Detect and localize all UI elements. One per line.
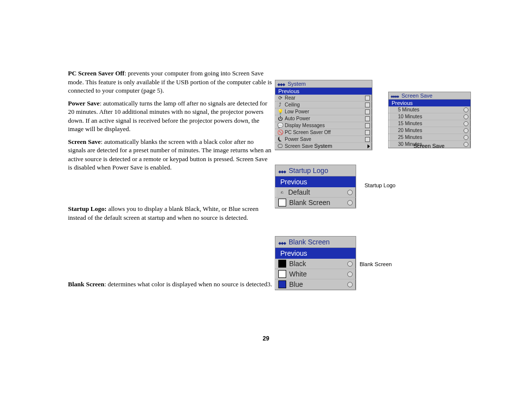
- blank-icon: [278, 199, 286, 206]
- startup-logo-title: Startup Logo: [275, 165, 356, 176]
- system-item-auto-power[interactable]: ⏻Auto Power: [275, 115, 372, 122]
- screensave-20min[interactable]: 20 Minutes: [389, 127, 470, 134]
- system-menu: System Previous ⟳Rear ⤴Ceiling 💡Low Powe…: [275, 80, 372, 150]
- swatch-white-icon: [278, 270, 286, 278]
- system-item-display-messages[interactable]: 💬Display Messages: [275, 122, 372, 129]
- body-text-column: PC Screen Saver Off: prevents your compu…: [68, 69, 272, 293]
- system-item-power-save[interactable]: ⏾Power Save: [275, 136, 372, 143]
- screensave-25min[interactable]: 25 Minutes: [389, 134, 470, 141]
- logo-icon: ⎌: [278, 189, 285, 196]
- bulb-icon: 💡: [277, 109, 283, 114]
- page-number: 29: [0, 335, 532, 342]
- screensave-5min[interactable]: 5 Minutes: [389, 106, 470, 113]
- para-power-save: Power Save: automatically turns the lamp…: [68, 99, 272, 134]
- system-item-ceiling[interactable]: ⤴Ceiling: [275, 102, 372, 108]
- desc-blank-screen: : determines what color is displayed whe…: [104, 280, 272, 288]
- para-screen-save: Screen Save: automatically blanks the sc…: [68, 137, 272, 172]
- term-startup-logo: Startup Logo:: [68, 205, 106, 212]
- system-item-rear[interactable]: ⟳Rear: [275, 95, 372, 102]
- para-pc-screen-saver: PC Screen Saver Off: prevents your compu…: [68, 69, 272, 95]
- power-icon: ⏻: [277, 116, 283, 121]
- swatch-black-icon: [278, 260, 286, 268]
- screensave-10min[interactable]: 10 Minutes: [389, 113, 470, 120]
- term-pc-screen-saver: PC Screen Saver Off: [68, 69, 125, 77]
- para-blank-screen: Blank Screen: determines what color is d…: [68, 280, 272, 289]
- screensave-15min[interactable]: 15 Minutes: [389, 120, 470, 127]
- startup-logo-menu: Startup Logo Previous ⎌Default Blank Scr…: [275, 165, 356, 208]
- screensaver-off-icon: 🚫: [277, 130, 283, 135]
- power-save-icon: ⏾: [277, 137, 283, 142]
- system-item-low-power[interactable]: 💡Low Power: [275, 108, 372, 115]
- screensave-menu-title: Screen Save: [389, 92, 470, 100]
- term-screen-save: Screen Save: [68, 138, 101, 145]
- ceiling-icon: ⤴: [277, 102, 283, 107]
- blank-screen-caption: Blank Screen: [360, 261, 399, 267]
- blank-screen-title: Blank Screen: [275, 237, 356, 248]
- startup-item-default[interactable]: ⎌Default: [275, 187, 356, 198]
- startup-item-blank[interactable]: Blank Screen: [275, 198, 356, 208]
- blank-screen-previous[interactable]: Previous: [275, 248, 356, 259]
- swatch-blue-icon: [278, 280, 286, 288]
- startup-logo-caption: Startup Logo: [365, 182, 404, 188]
- startup-logo-previous[interactable]: Previous: [275, 176, 356, 187]
- blank-item-blue[interactable]: Blue: [275, 279, 356, 290]
- screensave-menu-previous[interactable]: Previous: [389, 100, 470, 106]
- term-power-save: Power Save: [68, 100, 100, 107]
- system-menu-title: System: [275, 80, 372, 88]
- system-item-pcss[interactable]: 🚫PC Screen Saver Off: [275, 129, 372, 136]
- system-menu-previous[interactable]: Previous: [275, 88, 372, 95]
- screensave-caption: Screen Save: [388, 143, 470, 149]
- para-startup-logo: Startup Logo: allows you to display a bl…: [68, 205, 272, 222]
- rear-icon: ⟳: [277, 95, 283, 101]
- system-caption: System: [275, 143, 371, 149]
- message-icon: 💬: [277, 123, 283, 128]
- blank-item-white[interactable]: White: [275, 269, 356, 279]
- screensave-menu: Screen Save Previous 5 Minutes 10 Minute…: [388, 92, 471, 148]
- blank-screen-menu: Blank Screen Previous Black White Blue: [275, 236, 356, 290]
- blank-item-black[interactable]: Black: [275, 259, 356, 269]
- term-blank-screen: Blank Screen: [68, 280, 104, 288]
